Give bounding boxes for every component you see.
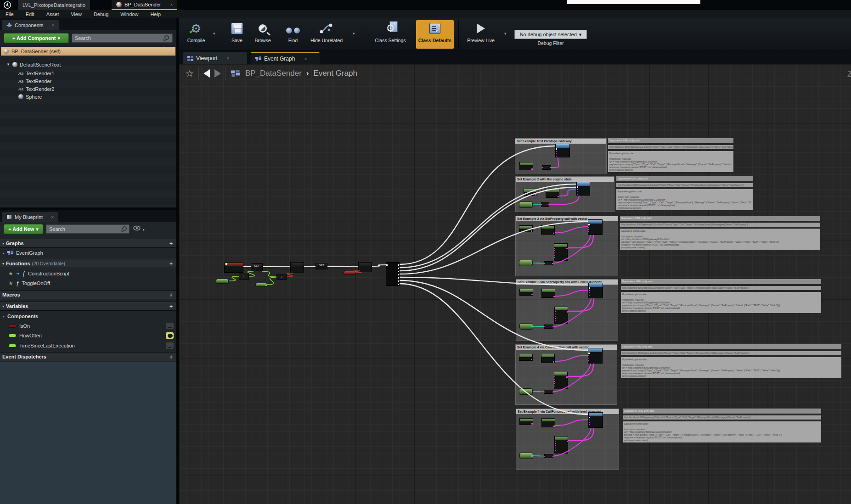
item-constructionscript[interactable]: ★ ➜ ƒ ConstructionScript xyxy=(0,269,176,278)
section-macros[interactable]: Macros + xyxy=(0,290,176,299)
node-pin[interactable] xyxy=(558,196,559,197)
node-pin[interactable] xyxy=(544,326,545,327)
node-pin[interactable] xyxy=(588,227,589,228)
graph-node-blue[interactable] xyxy=(588,412,603,428)
node-pin[interactable] xyxy=(589,295,590,296)
expander-icon[interactable]: ▾ xyxy=(2,262,4,266)
node-pin[interactable] xyxy=(552,392,553,392)
node-pin[interactable] xyxy=(555,441,556,442)
compile-options-dropdown[interactable]: ▾ xyxy=(213,31,215,36)
find-button[interactable]: Find xyxy=(280,20,306,49)
comment-text-block[interactable]: Equivalent URL only curlhttp://localhost… xyxy=(608,138,733,175)
visibility-filter-dropdown[interactable]: ▾ xyxy=(133,224,147,234)
comment-text-block[interactable]: Equivalent URL only curlhttp://localhost… xyxy=(621,344,841,381)
expander-icon[interactable]: ▸ xyxy=(3,251,5,255)
node-pin[interactable] xyxy=(554,379,555,380)
graph-node-small[interactable] xyxy=(544,261,553,265)
graph-node-plus[interactable]: + xyxy=(239,274,249,280)
graph-node-dark[interactable] xyxy=(290,262,304,273)
node-pin[interactable] xyxy=(588,229,589,230)
menu-asset[interactable]: Asset xyxy=(46,11,59,17)
asset-tab-level[interactable]: LVL_PixotopeDataIntegratio xyxy=(18,0,90,10)
node-pin[interactable] xyxy=(555,320,556,321)
node-pin[interactable] xyxy=(552,263,553,264)
node-pin[interactable] xyxy=(577,189,578,190)
node-pin[interactable] xyxy=(588,355,589,356)
node-pin[interactable] xyxy=(552,456,553,457)
graph-node-cmp[interactable]: › xyxy=(276,274,287,280)
node-pin[interactable] xyxy=(544,456,545,457)
node-pin[interactable] xyxy=(577,194,578,195)
event-graph-canvas[interactable]: ☆ BP_DataSender › Event Graph Z Set Exam… xyxy=(179,64,851,504)
node-pin[interactable] xyxy=(227,281,228,282)
section-graphs[interactable]: ▾ Graphs + xyxy=(0,239,176,248)
menu-view[interactable]: View xyxy=(71,11,82,17)
close-icon[interactable]: × xyxy=(226,56,229,61)
preview-live-button[interactable]: Preview Live xyxy=(462,20,500,49)
preview-live-options-dropdown[interactable]: ▾ xyxy=(504,31,507,36)
favorite-star-icon[interactable]: ☆ xyxy=(186,68,194,79)
node-pin[interactable] xyxy=(556,148,557,150)
node-pin[interactable] xyxy=(531,204,532,206)
graph-node-redpill[interactable] xyxy=(344,271,355,275)
node-pin[interactable] xyxy=(398,268,399,269)
node-pin[interactable] xyxy=(556,151,557,152)
node-pin[interactable] xyxy=(531,455,533,457)
close-icon[interactable]: × xyxy=(51,23,54,28)
node-pin[interactable] xyxy=(386,264,388,266)
node-pin[interactable] xyxy=(553,361,554,363)
node-pin[interactable] xyxy=(556,153,557,154)
components-search-input[interactable] xyxy=(72,34,173,43)
node-pin[interactable] xyxy=(588,231,589,232)
node-pin[interactable] xyxy=(531,359,532,360)
graph-node-blue[interactable] xyxy=(588,219,603,235)
add-event-dispatcher-button[interactable]: + xyxy=(169,354,173,360)
node-pin[interactable] xyxy=(567,441,568,442)
tree-item-defaultsceneroot[interactable]: ▼ DefaultSceneRoot xyxy=(6,61,61,68)
node-pin[interactable] xyxy=(589,420,590,420)
save-button[interactable]: Save xyxy=(224,20,250,49)
node-pin[interactable] xyxy=(398,264,399,266)
graph-node-small[interactable] xyxy=(544,454,553,458)
node-pin[interactable] xyxy=(542,167,543,168)
graph-node-tall[interactable] xyxy=(554,372,568,389)
graph-node-tall[interactable] xyxy=(554,307,568,324)
node-pin[interactable] xyxy=(577,186,578,188)
graph-node-set[interactable]: SET xyxy=(251,263,263,271)
node-pin[interactable] xyxy=(556,156,557,157)
section-event-dispatchers[interactable]: Event Dispatchers + xyxy=(0,352,176,361)
node-pin[interactable] xyxy=(589,424,590,425)
graph-node-blue[interactable] xyxy=(588,348,603,364)
node-pin[interactable] xyxy=(553,233,554,234)
menu-window[interactable]: Window xyxy=(120,11,138,17)
node-pin[interactable] xyxy=(553,426,555,427)
compile-button[interactable]: ⚙✔ Compile xyxy=(181,20,211,49)
asset-tab-bp-datasender[interactable]: BP_DataSender × xyxy=(112,0,177,10)
tree-item-textrender1[interactable]: Aa TextRender1 xyxy=(18,69,54,77)
graph-node-tall[interactable] xyxy=(554,243,568,261)
tab-my-blueprint[interactable]: My Blueprint × xyxy=(2,212,58,222)
node-pin[interactable] xyxy=(531,391,532,392)
node-pin[interactable] xyxy=(566,376,568,378)
visibility-toggle[interactable] xyxy=(166,323,174,329)
node-pin[interactable] xyxy=(225,263,227,265)
node-pin[interactable] xyxy=(531,263,532,264)
node-pin[interactable] xyxy=(544,392,545,392)
tab-viewport[interactable]: Viewport × xyxy=(183,52,247,64)
node-pin[interactable] xyxy=(554,381,555,382)
section-variables[interactable]: ▾ Variables + xyxy=(0,302,176,311)
node-pin[interactable] xyxy=(555,448,556,448)
forward-arrow-icon[interactable] xyxy=(214,69,221,78)
subsection-components[interactable]: ▸ Components xyxy=(0,312,176,320)
browse-button[interactable]: Browse xyxy=(249,20,276,49)
item-toggleonoff[interactable]: ★ ƒ ToggleOnOff xyxy=(0,279,176,287)
node-pin[interactable] xyxy=(554,386,555,386)
node-pin[interactable] xyxy=(555,443,556,444)
node-pin[interactable] xyxy=(265,285,267,286)
tab-components[interactable]: Components × xyxy=(2,20,59,30)
add-graph-button[interactable]: + xyxy=(169,241,173,247)
node-pin[interactable] xyxy=(555,314,556,314)
node-pin[interactable] xyxy=(398,284,399,285)
node-pin[interactable] xyxy=(531,168,533,170)
node-pin[interactable] xyxy=(535,194,536,196)
